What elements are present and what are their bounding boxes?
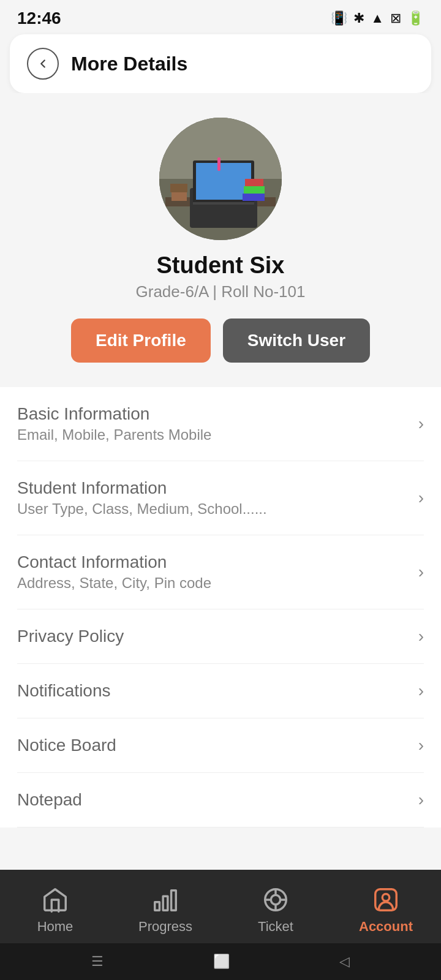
home-icon [40, 884, 70, 915]
chevron-right-icon: › [418, 790, 424, 810]
action-buttons: Edit Profile Switch User [71, 318, 370, 363]
android-back-icon[interactable]: ◁ [339, 954, 350, 970]
svg-point-24 [382, 894, 390, 901]
nav-account-label: Account [359, 919, 413, 935]
menu-item[interactable]: Notice Board› [17, 718, 424, 773]
chevron-right-icon: › [418, 627, 424, 646]
menu-item-title: Basic Information [17, 404, 211, 424]
progress-icon [150, 884, 181, 915]
chevron-right-icon: › [418, 681, 424, 701]
menu-item[interactable]: Contact InformationAddress, State, City,… [17, 535, 424, 609]
menu-list: Basic InformationEmail, Mobile, Parents … [0, 387, 441, 827]
nav-account[interactable]: Account [331, 880, 441, 935]
nav-ticket[interactable]: Ticket [221, 880, 331, 935]
nav-home[interactable]: Home [0, 880, 110, 935]
status-bar: 12:46 📳 ✱ ▲ ⊠ 🔋 [0, 0, 441, 34]
chevron-right-icon: › [418, 736, 424, 755]
battery-icon: 🔋 [407, 10, 424, 26]
svg-rect-13 [217, 157, 221, 171]
back-button[interactable] [27, 48, 59, 80]
menu-item[interactable]: Notepad› [17, 773, 424, 827]
chevron-right-icon: › [418, 488, 424, 508]
chevron-right-icon: › [418, 414, 424, 434]
account-icon [371, 884, 401, 915]
android-menu-icon[interactable]: ☰ [91, 954, 104, 970]
svg-rect-7 [193, 202, 254, 205]
menu-item[interactable]: Basic InformationEmail, Mobile, Parents … [17, 387, 424, 461]
svg-rect-14 [155, 902, 160, 910]
student-name: Student Six [156, 252, 284, 279]
nav-ticket-label: Ticket [258, 919, 293, 935]
profile-section: Student Six Grade-6/A | Roll No-101 Edit… [0, 93, 441, 375]
chevron-right-icon: › [418, 562, 424, 582]
ticket-icon [260, 884, 291, 915]
edit-profile-button[interactable]: Edit Profile [71, 318, 211, 363]
header: More Details [10, 34, 431, 93]
nav-progress[interactable]: Progress [110, 880, 221, 935]
status-time: 12:46 [17, 9, 61, 28]
menu-item-title: Contact Information [17, 552, 211, 572]
svg-point-18 [271, 895, 280, 904]
svg-rect-10 [243, 194, 265, 201]
menu-item[interactable]: Student InformationUser Type, Class, Med… [17, 461, 424, 535]
svg-rect-11 [172, 191, 187, 201]
nav-progress-label: Progress [138, 919, 192, 935]
menu-item-subtitle: User Type, Class, Medium, School...... [17, 500, 267, 518]
bottom-nav: Home Progress Ticket [0, 870, 441, 943]
wifi-icon: ▲ [371, 10, 384, 26]
menu-item[interactable]: Privacy Policy› [17, 609, 424, 664]
nav-home-label: Home [37, 919, 74, 935]
signal-icon: ⊠ [390, 10, 401, 26]
menu-item-title: Notice Board [17, 736, 116, 755]
svg-rect-16 [172, 891, 176, 911]
avatar [159, 118, 282, 240]
android-nav-bar: ☰ ⬜ ◁ [0, 943, 441, 980]
svg-rect-8 [245, 179, 263, 186]
menu-item-subtitle: Address, State, City, Pin code [17, 575, 211, 592]
menu-item-title: Notifications [17, 681, 111, 701]
menu-item[interactable]: Notifications› [17, 664, 424, 718]
vibrate-icon: 📳 [331, 10, 347, 26]
status-icons: 📳 ✱ ▲ ⊠ 🔋 [331, 10, 424, 26]
student-meta: Grade-6/A | Roll No-101 [136, 282, 306, 301]
svg-rect-15 [163, 896, 168, 910]
svg-rect-12 [170, 184, 187, 192]
menu-item-title: Student Information [17, 478, 267, 498]
menu-item-title: Notepad [17, 790, 82, 810]
switch-user-button[interactable]: Switch User [223, 318, 370, 363]
page-title: More Details [71, 53, 187, 75]
menu-item-title: Privacy Policy [17, 627, 124, 646]
android-home-icon[interactable]: ⬜ [213, 954, 230, 970]
menu-item-subtitle: Email, Mobile, Parents Mobile [17, 426, 211, 443]
svg-rect-9 [244, 186, 265, 194]
bluetooth-icon: ✱ [353, 10, 364, 26]
